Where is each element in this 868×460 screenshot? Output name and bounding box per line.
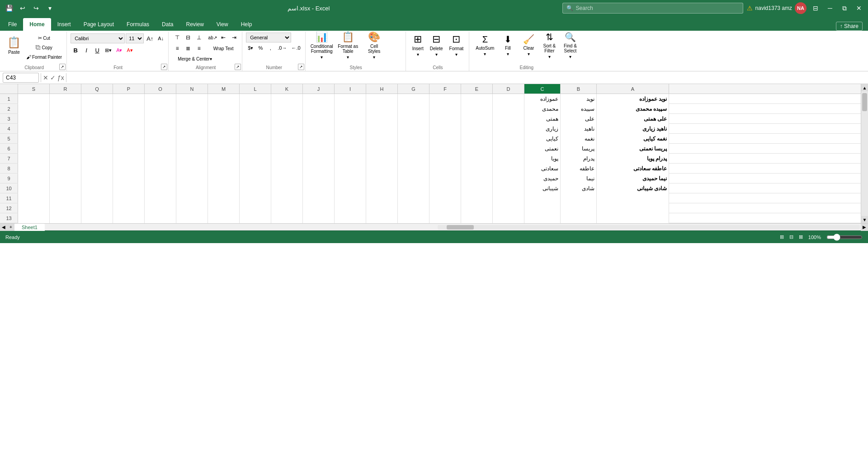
decrease-font-button[interactable]: A↓ bbox=[156, 34, 165, 43]
align-left-button[interactable]: ≡ bbox=[172, 43, 182, 53]
tab-data[interactable]: Data bbox=[156, 18, 179, 31]
cell-I11[interactable] bbox=[335, 193, 366, 203]
cell-A6[interactable]: پریسا نعمتی bbox=[597, 144, 669, 154]
number-expand-button[interactable]: ↗ bbox=[298, 64, 304, 70]
cell-O6[interactable] bbox=[145, 144, 176, 154]
cell-M8[interactable] bbox=[208, 164, 240, 174]
cell-R6[interactable] bbox=[50, 144, 81, 154]
cell-R12[interactable] bbox=[50, 203, 81, 213]
cell-D4[interactable] bbox=[493, 124, 524, 134]
cell-B12[interactable] bbox=[561, 203, 597, 213]
close-button[interactable]: ✕ bbox=[854, 3, 864, 14]
cell-D2[interactable] bbox=[493, 104, 524, 114]
comma-button[interactable]: , bbox=[266, 43, 275, 52]
cell-O10[interactable] bbox=[145, 183, 176, 193]
cell-S7[interactable] bbox=[18, 154, 50, 164]
cell-L2[interactable] bbox=[240, 104, 271, 114]
cell-G12[interactable] bbox=[398, 203, 429, 213]
cell-R1[interactable] bbox=[50, 94, 81, 104]
cell-R11[interactable] bbox=[50, 193, 81, 203]
cell-H1[interactable] bbox=[366, 94, 398, 104]
col-header-Q[interactable]: Q bbox=[81, 84, 113, 94]
cell-L12[interactable] bbox=[240, 203, 271, 213]
cancel-formula-icon[interactable]: ✕ bbox=[43, 74, 48, 81]
cell-I7[interactable] bbox=[335, 154, 366, 164]
cell-B13[interactable] bbox=[561, 213, 597, 223]
cell-F6[interactable] bbox=[429, 144, 461, 154]
cell-L8[interactable] bbox=[240, 164, 271, 174]
cell-S9[interactable] bbox=[18, 174, 50, 183]
tab-review[interactable]: Review bbox=[179, 18, 210, 31]
cell-O1[interactable] bbox=[145, 94, 176, 104]
cell-D8[interactable] bbox=[493, 164, 524, 174]
cell-S13[interactable] bbox=[18, 213, 50, 223]
cell-Q4[interactable] bbox=[81, 124, 113, 134]
row-number-6[interactable]: 6 bbox=[0, 144, 18, 153]
decrease-decimal-button[interactable]: ←.0 bbox=[289, 43, 302, 52]
paste-button[interactable]: 📋 Paste bbox=[5, 33, 24, 58]
cell-N10[interactable] bbox=[176, 183, 208, 193]
cell-N5[interactable] bbox=[176, 134, 208, 144]
cell-J5[interactable] bbox=[303, 134, 335, 144]
cell-B8[interactable]: عاطفه bbox=[561, 164, 597, 174]
cell-D3[interactable] bbox=[493, 114, 524, 124]
share-button[interactable]: ↑ Share bbox=[836, 22, 863, 31]
redo-button[interactable]: ↪ bbox=[31, 3, 42, 14]
cell-reference-box[interactable]: C43 bbox=[3, 73, 39, 83]
cell-S2[interactable] bbox=[18, 104, 50, 114]
h-scroll-thumb[interactable] bbox=[447, 225, 474, 230]
cell-A13[interactable] bbox=[597, 213, 669, 223]
cell-G1[interactable] bbox=[398, 94, 429, 104]
cell-F12[interactable] bbox=[429, 203, 461, 213]
cell-O11[interactable] bbox=[145, 193, 176, 203]
row-number-3[interactable]: 3 bbox=[0, 114, 18, 123]
cell-B7[interactable]: پدرام bbox=[561, 154, 597, 164]
cell-I6[interactable] bbox=[335, 144, 366, 154]
format-button[interactable]: ⊡ Format ▾ bbox=[447, 33, 467, 58]
cell-F3[interactable] bbox=[429, 114, 461, 124]
cell-M9[interactable] bbox=[208, 174, 240, 183]
cell-C12[interactable] bbox=[524, 203, 561, 213]
cell-I4[interactable] bbox=[335, 124, 366, 134]
cell-R2[interactable] bbox=[50, 104, 81, 114]
cell-J6[interactable] bbox=[303, 144, 335, 154]
row-number-11[interactable]: 11 bbox=[0, 193, 18, 203]
col-header-O[interactable]: O bbox=[145, 84, 176, 94]
scroll-right-button[interactable]: ▶ bbox=[861, 224, 868, 231]
format-as-table-button[interactable]: 📋 Format asTable ▾ bbox=[335, 33, 361, 58]
cell-M12[interactable] bbox=[208, 203, 240, 213]
cell-N4[interactable] bbox=[176, 124, 208, 134]
cell-E4[interactable] bbox=[461, 124, 493, 134]
cell-F11[interactable] bbox=[429, 193, 461, 203]
cell-I8[interactable] bbox=[335, 164, 366, 174]
cell-I2[interactable] bbox=[335, 104, 366, 114]
cell-L6[interactable] bbox=[240, 144, 271, 154]
page-layout-view-button[interactable]: ⊟ bbox=[789, 234, 793, 240]
font-color-button[interactable]: A▾ bbox=[125, 46, 134, 55]
underline-button[interactable]: U bbox=[92, 45, 102, 55]
cell-C9[interactable]: حمیدی bbox=[524, 174, 561, 183]
scroll-up-button[interactable]: ▲ bbox=[861, 84, 868, 91]
cell-R5[interactable] bbox=[50, 134, 81, 144]
cell-K7[interactable] bbox=[271, 154, 303, 164]
row-number-9[interactable]: 9 bbox=[0, 174, 18, 183]
cell-Q12[interactable] bbox=[81, 203, 113, 213]
indent-increase-button[interactable]: ⇥ bbox=[229, 33, 239, 42]
cell-K4[interactable] bbox=[271, 124, 303, 134]
sheet1-tab[interactable]: Sheet1 bbox=[14, 224, 45, 231]
cell-H3[interactable] bbox=[366, 114, 398, 124]
col-header-H[interactable]: H bbox=[366, 84, 398, 94]
cell-S6[interactable] bbox=[18, 144, 50, 154]
cell-C1[interactable]: عموزاده bbox=[524, 94, 561, 104]
cell-P11[interactable] bbox=[113, 193, 145, 203]
autosum-button[interactable]: Σ AutoSum ▾ bbox=[473, 33, 497, 58]
cell-E9[interactable] bbox=[461, 174, 493, 183]
number-format-selector[interactable]: General Number Currency Accounting Date … bbox=[246, 33, 291, 42]
cell-J12[interactable] bbox=[303, 203, 335, 213]
cell-B5[interactable]: نغمه bbox=[561, 134, 597, 144]
cell-Q13[interactable] bbox=[81, 213, 113, 223]
cell-K10[interactable] bbox=[271, 183, 303, 193]
cell-E10[interactable] bbox=[461, 183, 493, 193]
cell-B10[interactable]: شادی bbox=[561, 183, 597, 193]
cell-L13[interactable] bbox=[240, 213, 271, 223]
